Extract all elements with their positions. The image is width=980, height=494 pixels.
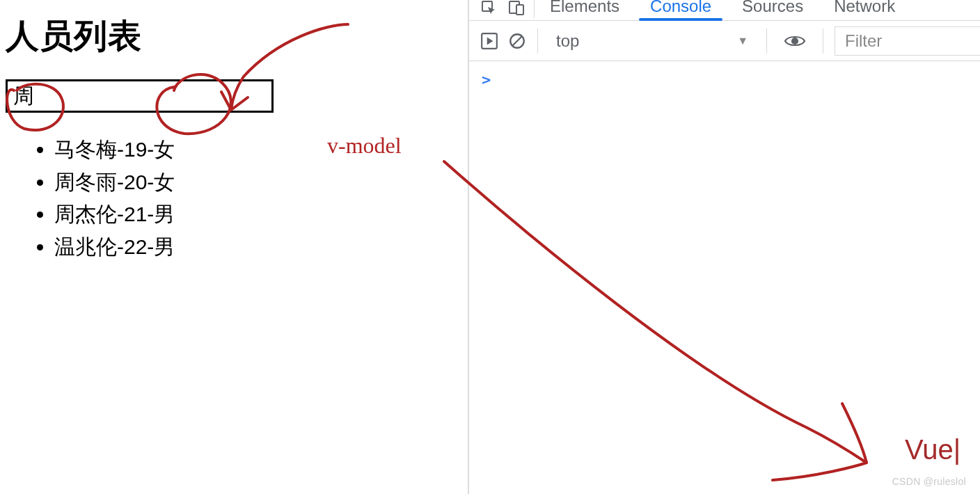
eye-icon[interactable]: [784, 32, 806, 50]
list-item: 马冬梅-19-女: [54, 134, 461, 166]
devtools-tabs: Elements Console Sources Network: [469, 0, 980, 21]
context-select[interactable]: top ▼: [549, 26, 755, 56]
console-prompt: >: [482, 71, 491, 88]
clear-console-icon[interactable]: [508, 32, 526, 50]
chevron-down-icon: ▼: [737, 35, 748, 47]
separator: [766, 29, 767, 54]
tab-elements[interactable]: Elements: [535, 0, 635, 20]
tab-sources[interactable]: Sources: [727, 0, 819, 20]
context-select-value: top: [556, 31, 579, 51]
svg-line-5: [513, 36, 522, 45]
separator: [537, 29, 538, 54]
search-input[interactable]: [6, 79, 274, 113]
list-item: 周冬雨-20-女: [54, 166, 461, 199]
tab-network[interactable]: Network: [819, 0, 910, 20]
page-title: 人员列表: [6, 14, 461, 58]
inspect-icon[interactable]: [480, 0, 497, 16]
filter-placeholder: Filter: [845, 31, 882, 51]
filter-input[interactable]: Filter: [835, 26, 980, 56]
play-icon[interactable]: [480, 32, 498, 50]
tab-console[interactable]: Console: [635, 0, 727, 20]
watermark: CSDN @ruleslol: [892, 476, 966, 487]
svg-rect-2: [516, 5, 523, 15]
app-page: 人员列表 马冬梅-19-女 周冬雨-20-女 周杰伦-21-男 温兆伦-22-男: [0, 0, 466, 494]
separator: [823, 29, 823, 54]
device-toggle-icon[interactable]: [508, 0, 525, 16]
devtools-panel: Elements Console Sources Network top ▼: [468, 0, 980, 494]
console-toolbar: top ▼ Filter: [469, 21, 980, 61]
svg-point-6: [792, 38, 798, 44]
list-item: 周杰伦-21-男: [54, 198, 461, 231]
console-body[interactable]: >: [469, 61, 980, 98]
person-list: 马冬梅-19-女 周冬雨-20-女 周杰伦-21-男 温兆伦-22-男: [54, 134, 461, 263]
list-item: 温兆伦-22-男: [54, 231, 461, 264]
